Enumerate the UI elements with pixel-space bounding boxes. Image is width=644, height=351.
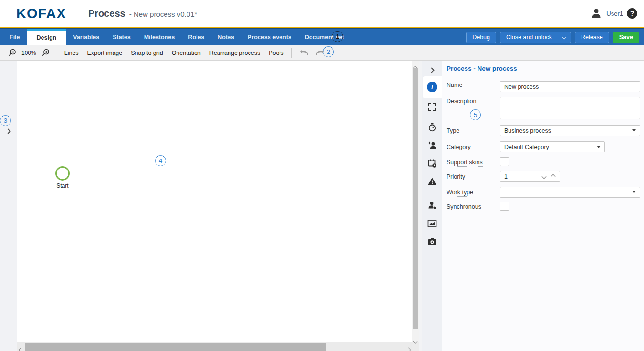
tab-design[interactable]: Design: [27, 29, 67, 45]
debug-button[interactable]: Debug: [466, 32, 496, 43]
increment-icon[interactable]: [551, 174, 556, 179]
tab-process-events[interactable]: Process events: [241, 29, 298, 45]
resources-tab-icon[interactable]: [422, 201, 442, 212]
tab-roles[interactable]: Roles: [181, 29, 211, 45]
chevron-right-icon: [429, 67, 434, 73]
description-label: Description: [447, 98, 498, 105]
start-node[interactable]: [55, 166, 70, 181]
tab-states[interactable]: States: [106, 29, 137, 45]
export-image-button[interactable]: Export image: [83, 50, 127, 56]
user-icon[interactable]: [590, 7, 602, 20]
horizontal-scrollbar[interactable]: [17, 342, 412, 351]
stopwatch-icon: [427, 123, 437, 132]
name-label: Name: [447, 82, 498, 88]
tab-notes[interactable]: Notes: [211, 29, 241, 45]
description-textarea[interactable]: [500, 97, 640, 119]
annotation-marker-2: 2: [323, 46, 334, 57]
synchronous-checkbox[interactable]: [500, 202, 509, 211]
page-subtitle: - New process v0.01*: [129, 10, 197, 18]
annotation-marker-3: 3: [0, 115, 11, 126]
annotation-marker-5: 5: [470, 109, 481, 120]
pools-button[interactable]: Pools: [264, 50, 288, 56]
chevron-right-icon: [5, 128, 10, 134]
properties-panel: i: [422, 61, 644, 351]
lines-button[interactable]: Lines: [60, 50, 83, 56]
rearrange-process-button[interactable]: Rearrange process: [205, 50, 264, 56]
design-toolbar: 100% Lines Export image Snap to grid Ori…: [0, 45, 644, 61]
roles-tab-icon[interactable]: [422, 141, 442, 152]
menu-tabs: File Design Variables States Milestones …: [0, 29, 351, 45]
chevron-down-icon: [562, 35, 566, 39]
priority-value: 1: [500, 173, 542, 180]
orientation-button[interactable]: Orientation: [167, 50, 205, 56]
type-select-value: Business process: [504, 128, 551, 134]
collapse-properties-button[interactable]: [430, 65, 434, 74]
kofax-logo: KOFAX: [16, 5, 66, 21]
exceptions-tab-icon[interactable]: [422, 177, 442, 188]
canvas-area: Start: [17, 61, 422, 351]
scroll-left-arrow[interactable]: [19, 345, 22, 351]
tab-variables[interactable]: Variables: [66, 29, 106, 45]
caret-down-icon: [632, 191, 636, 193]
chevron-left-icon: [19, 348, 23, 351]
category-select[interactable]: Default Category: [500, 141, 605, 152]
support-skins-label: Support skins: [447, 159, 498, 166]
timer-tab-icon[interactable]: [422, 123, 442, 134]
warning-triangle-icon: [427, 177, 437, 186]
user-name[interactable]: User1: [606, 10, 623, 17]
priority-label: Priority: [447, 173, 498, 180]
person-star-icon: [427, 141, 437, 150]
app-window: KOFAX Process - New process v0.01* User1…: [0, 0, 644, 351]
work-schedule-tab-icon[interactable]: [422, 159, 442, 170]
support-skins-checkbox[interactable]: [500, 157, 509, 166]
scroll-down-arrow[interactable]: [414, 337, 417, 345]
toolbar-separator: [56, 48, 56, 58]
help-icon[interactable]: ?: [627, 8, 637, 19]
zoom-in-icon[interactable]: [39, 49, 52, 57]
expand-left-panel-button[interactable]: [6, 127, 10, 135]
capture-tab-icon[interactable]: [422, 237, 442, 248]
zoom-out-icon[interactable]: [6, 49, 19, 57]
undo-icon[interactable]: [296, 50, 312, 56]
tab-milestones[interactable]: Milestones: [137, 29, 182, 45]
annotation-marker-1: 1: [332, 31, 343, 42]
annotation-marker-4: 4: [155, 155, 166, 166]
reporting-tab-icon[interactable]: [422, 219, 442, 230]
person-dot-icon: [427, 201, 437, 210]
close-and-unlock-label[interactable]: Close and unlock: [500, 32, 558, 43]
name-input[interactable]: [500, 81, 640, 92]
start-node-label: Start: [46, 182, 79, 189]
chevron-down-icon: [413, 340, 418, 344]
priority-spinner[interactable]: 1: [500, 171, 560, 182]
work-type-select[interactable]: [500, 187, 640, 198]
process-design-canvas[interactable]: Start: [17, 61, 412, 342]
info-tab-icon[interactable]: i: [422, 82, 442, 92]
extended-properties-tab-icon[interactable]: [422, 103, 442, 113]
properties-rail: i: [422, 61, 442, 351]
caret-down-icon: [597, 146, 601, 148]
chart-icon: [427, 219, 437, 228]
toolbar-separator: [291, 48, 292, 58]
camera-gear-icon: [427, 237, 437, 246]
close-and-unlock-dropdown[interactable]: [558, 32, 571, 43]
release-button[interactable]: Release: [575, 32, 609, 43]
menubar: File Design Variables States Milestones …: [0, 29, 644, 45]
left-panel-collapsed: [0, 61, 17, 351]
tab-file[interactable]: File: [3, 29, 27, 45]
selection-frame-icon: [428, 103, 436, 111]
menu-actions: Debug Close and unlock Release Save: [466, 29, 644, 45]
synchronous-label: Synchronous: [447, 203, 498, 210]
vertical-scrollbar[interactable]: [412, 61, 419, 342]
decrement-icon[interactable]: [542, 174, 547, 179]
work-type-label: Work type: [447, 189, 498, 196]
title-area: Process - New process v0.01*: [88, 8, 197, 19]
vertical-scrollbar-thumb[interactable]: [413, 68, 418, 329]
category-select-value: Default Category: [504, 144, 549, 150]
type-select[interactable]: Business process: [500, 125, 640, 136]
caret-down-icon: [632, 129, 636, 132]
save-button[interactable]: Save: [613, 32, 639, 43]
scroll-right-arrow[interactable]: [407, 345, 410, 351]
snap-to-grid-button[interactable]: Snap to grid: [126, 50, 167, 56]
zoom-level: 100%: [19, 50, 39, 56]
horizontal-scrollbar-thumb[interactable]: [25, 343, 326, 351]
